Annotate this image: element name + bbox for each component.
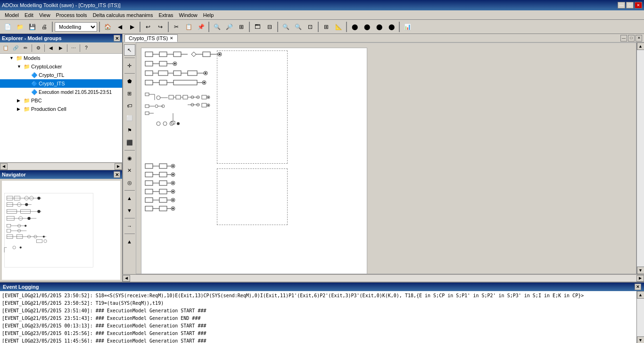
tb-align-l[interactable]: ⬤ bbox=[349, 21, 360, 33]
modeller-maximize[interactable]: □ bbox=[628, 35, 635, 42]
vscroll-up[interactable]: ▲ bbox=[637, 42, 644, 50]
tb-open[interactable]: 📁 bbox=[14, 21, 25, 33]
tb-arrange[interactable]: ⊞ bbox=[236, 21, 247, 33]
tb-undo[interactable]: ↩ bbox=[142, 21, 154, 33]
tb-copy[interactable]: 📋 bbox=[183, 21, 194, 33]
svg-point-77 bbox=[157, 96, 160, 100]
event-log-close[interactable]: ✕ bbox=[635, 284, 641, 290]
log-vscroll-up[interactable]: ▲ bbox=[637, 291, 644, 299]
menu-edit[interactable]: Edit bbox=[22, 11, 36, 19]
tb-print[interactable]: 🖨 bbox=[39, 21, 50, 33]
et-btn3[interactable]: ✏ bbox=[21, 44, 30, 52]
tb-align-b[interactable]: ⬤ bbox=[386, 21, 397, 33]
svg-point-18 bbox=[27, 217, 30, 220]
tb-grid[interactable]: ⊞ bbox=[321, 21, 332, 33]
tool-up2[interactable]: ▲ bbox=[124, 236, 135, 247]
canvas-hscroll-right[interactable]: ▶ bbox=[636, 275, 644, 282]
tb-table[interactable]: 📊 bbox=[402, 21, 413, 33]
log-vscroll-track[interactable] bbox=[637, 299, 644, 336]
tree-hscroll[interactable]: ◀ ▶ bbox=[0, 162, 122, 170]
et-btn7[interactable]: ⋯ bbox=[69, 44, 78, 52]
log-vscroll[interactable]: ▲ ▼ bbox=[636, 291, 644, 343]
menu-window[interactable]: Window bbox=[176, 11, 200, 19]
tool-arrow[interactable]: → bbox=[124, 220, 135, 232]
tool-rect[interactable]: ⬜ bbox=[124, 112, 135, 124]
canvas-vscroll[interactable]: ▲ ▼ bbox=[636, 42, 644, 274]
mode-dropdown[interactable]: Modelling Evaluation bbox=[55, 22, 97, 32]
tb-align-r[interactable]: ⬤ bbox=[361, 21, 372, 33]
tool-up[interactable]: ▲ bbox=[124, 192, 135, 204]
tb-cut[interactable]: ✂ bbox=[171, 21, 182, 33]
modeller-close[interactable]: ✕ bbox=[636, 35, 642, 42]
menu-delta-calculus[interactable]: Delta calculus mechanims bbox=[90, 11, 156, 19]
tb-snap[interactable]: 📐 bbox=[333, 21, 344, 33]
tb-redo[interactable]: ↪ bbox=[155, 21, 166, 33]
modeller-tab-close[interactable]: ✕ bbox=[170, 36, 173, 41]
canvas-hscroll-left[interactable]: ◀ bbox=[123, 275, 130, 282]
modeller-canvas[interactable] bbox=[136, 42, 636, 274]
close-button[interactable]: ✕ bbox=[635, 2, 642, 8]
tree-execution-model[interactable]: 🔷 Execution model 21.05.2015-23:51 bbox=[0, 88, 122, 96]
tree-area[interactable]: ▼ 📁 Models ▼ 📁 CryptoLocker bbox=[0, 54, 122, 162]
et-btn6[interactable]: ▶ bbox=[56, 44, 66, 52]
tb-zoom-out[interactable]: 🔍 bbox=[292, 21, 304, 33]
tb-forward[interactable]: ▶ bbox=[126, 21, 138, 33]
tool-down[interactable]: ▼ bbox=[124, 205, 135, 216]
tool-filled-rect[interactable]: ⬛ bbox=[124, 137, 135, 148]
tree-pbc[interactable]: ▶ 📁 PBC bbox=[0, 96, 122, 105]
et-btn8[interactable]: ? bbox=[82, 44, 91, 52]
tb-find[interactable]: 🔍 bbox=[211, 21, 223, 33]
menu-process-tools[interactable]: Process tools bbox=[53, 11, 90, 19]
vscroll-down[interactable]: ▼ bbox=[637, 267, 644, 274]
hscroll-right[interactable]: ▶ bbox=[115, 163, 122, 170]
et-btn1[interactable]: 📋 bbox=[1, 44, 10, 52]
explorer-close-button[interactable]: ✕ bbox=[114, 35, 120, 42]
canvas-hscroll[interactable]: ◀ ▶ bbox=[123, 274, 644, 282]
minimize-button[interactable]: — bbox=[618, 2, 625, 8]
tool-x[interactable]: ✕ bbox=[124, 165, 135, 176]
log-vscroll-down[interactable]: ▼ bbox=[637, 336, 644, 343]
tb-view2[interactable]: ⊟ bbox=[264, 21, 275, 33]
log-content[interactable]: [EVENT_LOG@21/05/2015 23:50:52]: S18=<S(… bbox=[0, 291, 636, 343]
tree-crypto-its[interactable]: 🔷 Crypto_ITS bbox=[0, 79, 122, 88]
menu-model[interactable]: Model bbox=[2, 11, 22, 19]
tb-save[interactable]: 💾 bbox=[26, 21, 38, 33]
tb-zoom-in[interactable]: 🔍 bbox=[280, 21, 291, 33]
tree-production-cell[interactable]: ▶ 📁 Production Cell bbox=[0, 105, 122, 113]
tool-shape2[interactable]: ⊞ bbox=[124, 88, 135, 99]
hscroll-left[interactable]: ◀ bbox=[0, 163, 8, 170]
tb-paste[interactable]: 📌 bbox=[195, 21, 206, 33]
modeller-win-controls: — □ ✕ bbox=[620, 35, 642, 42]
menu-view[interactable]: View bbox=[36, 11, 53, 19]
tb-view1[interactable]: 🗔 bbox=[252, 21, 263, 33]
tool-connect[interactable]: ✛ bbox=[124, 60, 135, 71]
tb-zoom-fit[interactable]: ⊡ bbox=[305, 21, 316, 33]
et-btn4[interactable]: ⚙ bbox=[33, 44, 43, 52]
tb-home[interactable]: 🏠 bbox=[102, 21, 113, 33]
tool-cursor[interactable]: ↖ bbox=[124, 44, 135, 56]
tb-new[interactable]: 📄 bbox=[2, 21, 13, 33]
navigator-close-button[interactable]: ✕ bbox=[114, 171, 120, 178]
diagram-canvas[interactable] bbox=[141, 48, 367, 274]
tool-label[interactable]: 🏷 bbox=[124, 100, 135, 111]
menu-help[interactable]: Help bbox=[200, 11, 217, 19]
maximize-button[interactable]: □ bbox=[626, 2, 634, 8]
tool-sep6 bbox=[124, 234, 135, 234]
menu-extras[interactable]: Extras bbox=[156, 11, 176, 19]
vscroll-track[interactable] bbox=[637, 50, 644, 267]
navigator-title: Navigator bbox=[2, 172, 26, 177]
tool-ring[interactable]: ◎ bbox=[124, 177, 135, 188]
et-btn5[interactable]: ◀ bbox=[46, 44, 56, 52]
et-btn2[interactable]: 🔗 bbox=[11, 44, 20, 52]
tool-shape1[interactable]: ⬟ bbox=[124, 75, 135, 87]
tb-align-t[interactable]: ⬤ bbox=[373, 21, 385, 33]
tree-cryptolocker[interactable]: ▼ 📁 CryptoLocker bbox=[0, 62, 122, 71]
tb-back[interactable]: ◀ bbox=[114, 21, 125, 33]
tool-flag[interactable]: ⚑ bbox=[124, 125, 135, 136]
tb-find2[interactable]: 🔎 bbox=[223, 21, 235, 33]
modeller-tab-crypto-its[interactable]: Crypto_ITS (ITS) ✕ bbox=[124, 34, 178, 42]
tree-models[interactable]: ▼ 📁 Models bbox=[0, 54, 122, 62]
tool-circle[interactable]: ◉ bbox=[124, 152, 135, 164]
tree-crypto-itl[interactable]: 🔷 Crypto_ITL bbox=[0, 71, 122, 79]
modeller-minimize[interactable]: — bbox=[620, 35, 627, 42]
